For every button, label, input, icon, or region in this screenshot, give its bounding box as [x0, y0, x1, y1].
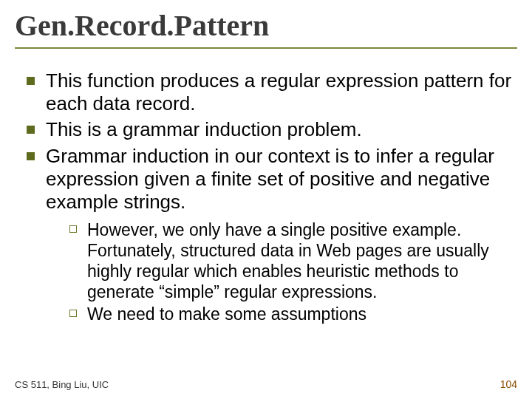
- bullet-item: Grammar induction in our context is to i…: [19, 145, 513, 325]
- slide-title: Gen.Record.Pattern: [15, 10, 517, 41]
- footer-left: CS 511, Bing Liu, UIC: [15, 379, 109, 390]
- sub-bullet-list: However, we only have a single positive …: [46, 219, 513, 324]
- sub-bullet-item: However, we only have a single positive …: [65, 219, 513, 302]
- bullet-item: This is a grammar induction problem.: [19, 118, 513, 141]
- title-block: Gen.Record.Pattern: [15, 10, 517, 53]
- slide-body: This function produces a regular express…: [15, 53, 517, 324]
- page-number: 104: [500, 378, 517, 390]
- sub-bullet-item: We need to make some assumptions: [65, 304, 513, 324]
- footer: CS 511, Bing Liu, UIC 104: [15, 378, 517, 390]
- bullet-text: Grammar induction in our context is to i…: [46, 145, 494, 213]
- slide: Gen.Record.Pattern This function produce…: [0, 0, 532, 399]
- bullet-list: This function produces a regular express…: [19, 69, 513, 324]
- bullet-item: This function produces a regular express…: [19, 69, 513, 115]
- title-underline: [15, 47, 517, 49]
